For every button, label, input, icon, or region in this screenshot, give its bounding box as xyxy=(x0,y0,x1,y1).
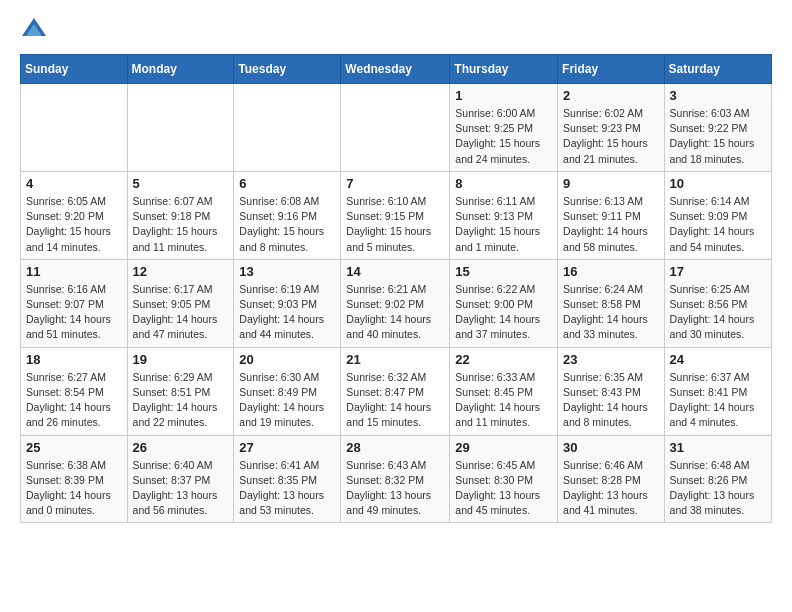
day-info: Sunrise: 6:33 AMSunset: 8:45 PMDaylight:… xyxy=(455,370,552,431)
day-info: Sunrise: 6:02 AMSunset: 9:23 PMDaylight:… xyxy=(563,106,659,167)
day-number: 8 xyxy=(455,176,552,191)
day-number: 22 xyxy=(455,352,552,367)
calendar-cell: 22Sunrise: 6:33 AMSunset: 8:45 PMDayligh… xyxy=(450,347,558,435)
day-info: Sunrise: 6:13 AMSunset: 9:11 PMDaylight:… xyxy=(563,194,659,255)
day-info: Sunrise: 6:16 AMSunset: 9:07 PMDaylight:… xyxy=(26,282,122,343)
calendar-cell: 10Sunrise: 6:14 AMSunset: 9:09 PMDayligh… xyxy=(664,171,771,259)
day-info: Sunrise: 6:17 AMSunset: 9:05 PMDaylight:… xyxy=(133,282,229,343)
weekday-header-monday: Monday xyxy=(127,55,234,84)
day-number: 10 xyxy=(670,176,766,191)
day-number: 1 xyxy=(455,88,552,103)
day-info: Sunrise: 6:27 AMSunset: 8:54 PMDaylight:… xyxy=(26,370,122,431)
day-info: Sunrise: 6:03 AMSunset: 9:22 PMDaylight:… xyxy=(670,106,766,167)
day-info: Sunrise: 6:19 AMSunset: 9:03 PMDaylight:… xyxy=(239,282,335,343)
day-info: Sunrise: 6:22 AMSunset: 9:00 PMDaylight:… xyxy=(455,282,552,343)
day-number: 6 xyxy=(239,176,335,191)
day-number: 14 xyxy=(346,264,444,279)
calendar-cell: 4Sunrise: 6:05 AMSunset: 9:20 PMDaylight… xyxy=(21,171,128,259)
calendar-cell: 13Sunrise: 6:19 AMSunset: 9:03 PMDayligh… xyxy=(234,259,341,347)
calendar-cell: 20Sunrise: 6:30 AMSunset: 8:49 PMDayligh… xyxy=(234,347,341,435)
day-number: 19 xyxy=(133,352,229,367)
calendar-cell: 27Sunrise: 6:41 AMSunset: 8:35 PMDayligh… xyxy=(234,435,341,523)
logo xyxy=(20,16,52,44)
calendar-cell: 9Sunrise: 6:13 AMSunset: 9:11 PMDaylight… xyxy=(558,171,665,259)
weekday-header-saturday: Saturday xyxy=(664,55,771,84)
day-number: 18 xyxy=(26,352,122,367)
day-number: 13 xyxy=(239,264,335,279)
calendar-cell xyxy=(234,84,341,172)
calendar-cell: 7Sunrise: 6:10 AMSunset: 9:15 PMDaylight… xyxy=(341,171,450,259)
weekday-row: SundayMondayTuesdayWednesdayThursdayFrid… xyxy=(21,55,772,84)
logo-icon xyxy=(20,16,48,44)
day-number: 15 xyxy=(455,264,552,279)
week-row-1: 1Sunrise: 6:00 AMSunset: 9:25 PMDaylight… xyxy=(21,84,772,172)
calendar-cell: 2Sunrise: 6:02 AMSunset: 9:23 PMDaylight… xyxy=(558,84,665,172)
calendar-cell: 28Sunrise: 6:43 AMSunset: 8:32 PMDayligh… xyxy=(341,435,450,523)
calendar-cell: 29Sunrise: 6:45 AMSunset: 8:30 PMDayligh… xyxy=(450,435,558,523)
week-row-4: 18Sunrise: 6:27 AMSunset: 8:54 PMDayligh… xyxy=(21,347,772,435)
day-info: Sunrise: 6:11 AMSunset: 9:13 PMDaylight:… xyxy=(455,194,552,255)
day-number: 29 xyxy=(455,440,552,455)
day-number: 5 xyxy=(133,176,229,191)
calendar-cell xyxy=(341,84,450,172)
day-info: Sunrise: 6:45 AMSunset: 8:30 PMDaylight:… xyxy=(455,458,552,519)
day-info: Sunrise: 6:43 AMSunset: 8:32 PMDaylight:… xyxy=(346,458,444,519)
calendar-cell: 26Sunrise: 6:40 AMSunset: 8:37 PMDayligh… xyxy=(127,435,234,523)
day-info: Sunrise: 6:25 AMSunset: 8:56 PMDaylight:… xyxy=(670,282,766,343)
day-number: 27 xyxy=(239,440,335,455)
weekday-header-sunday: Sunday xyxy=(21,55,128,84)
calendar-cell: 19Sunrise: 6:29 AMSunset: 8:51 PMDayligh… xyxy=(127,347,234,435)
day-number: 20 xyxy=(239,352,335,367)
day-number: 26 xyxy=(133,440,229,455)
day-number: 4 xyxy=(26,176,122,191)
day-info: Sunrise: 6:38 AMSunset: 8:39 PMDaylight:… xyxy=(26,458,122,519)
calendar-cell: 1Sunrise: 6:00 AMSunset: 9:25 PMDaylight… xyxy=(450,84,558,172)
day-info: Sunrise: 6:05 AMSunset: 9:20 PMDaylight:… xyxy=(26,194,122,255)
day-number: 16 xyxy=(563,264,659,279)
day-number: 7 xyxy=(346,176,444,191)
weekday-header-friday: Friday xyxy=(558,55,665,84)
day-info: Sunrise: 6:08 AMSunset: 9:16 PMDaylight:… xyxy=(239,194,335,255)
calendar-cell: 3Sunrise: 6:03 AMSunset: 9:22 PMDaylight… xyxy=(664,84,771,172)
calendar: SundayMondayTuesdayWednesdayThursdayFrid… xyxy=(20,54,772,523)
day-number: 23 xyxy=(563,352,659,367)
day-info: Sunrise: 6:21 AMSunset: 9:02 PMDaylight:… xyxy=(346,282,444,343)
calendar-cell: 23Sunrise: 6:35 AMSunset: 8:43 PMDayligh… xyxy=(558,347,665,435)
day-info: Sunrise: 6:10 AMSunset: 9:15 PMDaylight:… xyxy=(346,194,444,255)
calendar-cell xyxy=(127,84,234,172)
calendar-cell: 6Sunrise: 6:08 AMSunset: 9:16 PMDaylight… xyxy=(234,171,341,259)
calendar-header: SundayMondayTuesdayWednesdayThursdayFrid… xyxy=(21,55,772,84)
day-number: 3 xyxy=(670,88,766,103)
week-row-5: 25Sunrise: 6:38 AMSunset: 8:39 PMDayligh… xyxy=(21,435,772,523)
day-info: Sunrise: 6:07 AMSunset: 9:18 PMDaylight:… xyxy=(133,194,229,255)
weekday-header-thursday: Thursday xyxy=(450,55,558,84)
day-info: Sunrise: 6:35 AMSunset: 8:43 PMDaylight:… xyxy=(563,370,659,431)
day-info: Sunrise: 6:46 AMSunset: 8:28 PMDaylight:… xyxy=(563,458,659,519)
day-info: Sunrise: 6:40 AMSunset: 8:37 PMDaylight:… xyxy=(133,458,229,519)
day-number: 24 xyxy=(670,352,766,367)
calendar-cell: 25Sunrise: 6:38 AMSunset: 8:39 PMDayligh… xyxy=(21,435,128,523)
day-info: Sunrise: 6:14 AMSunset: 9:09 PMDaylight:… xyxy=(670,194,766,255)
day-number: 2 xyxy=(563,88,659,103)
weekday-header-tuesday: Tuesday xyxy=(234,55,341,84)
day-number: 12 xyxy=(133,264,229,279)
calendar-cell: 8Sunrise: 6:11 AMSunset: 9:13 PMDaylight… xyxy=(450,171,558,259)
calendar-cell: 21Sunrise: 6:32 AMSunset: 8:47 PMDayligh… xyxy=(341,347,450,435)
day-number: 30 xyxy=(563,440,659,455)
calendar-cell: 12Sunrise: 6:17 AMSunset: 9:05 PMDayligh… xyxy=(127,259,234,347)
calendar-cell: 15Sunrise: 6:22 AMSunset: 9:00 PMDayligh… xyxy=(450,259,558,347)
calendar-cell: 5Sunrise: 6:07 AMSunset: 9:18 PMDaylight… xyxy=(127,171,234,259)
weekday-header-wednesday: Wednesday xyxy=(341,55,450,84)
day-info: Sunrise: 6:48 AMSunset: 8:26 PMDaylight:… xyxy=(670,458,766,519)
week-row-3: 11Sunrise: 6:16 AMSunset: 9:07 PMDayligh… xyxy=(21,259,772,347)
calendar-cell: 11Sunrise: 6:16 AMSunset: 9:07 PMDayligh… xyxy=(21,259,128,347)
day-info: Sunrise: 6:30 AMSunset: 8:49 PMDaylight:… xyxy=(239,370,335,431)
week-row-2: 4Sunrise: 6:05 AMSunset: 9:20 PMDaylight… xyxy=(21,171,772,259)
day-number: 31 xyxy=(670,440,766,455)
day-number: 9 xyxy=(563,176,659,191)
day-info: Sunrise: 6:32 AMSunset: 8:47 PMDaylight:… xyxy=(346,370,444,431)
calendar-cell: 17Sunrise: 6:25 AMSunset: 8:56 PMDayligh… xyxy=(664,259,771,347)
day-info: Sunrise: 6:24 AMSunset: 8:58 PMDaylight:… xyxy=(563,282,659,343)
calendar-cell: 18Sunrise: 6:27 AMSunset: 8:54 PMDayligh… xyxy=(21,347,128,435)
calendar-cell: 30Sunrise: 6:46 AMSunset: 8:28 PMDayligh… xyxy=(558,435,665,523)
